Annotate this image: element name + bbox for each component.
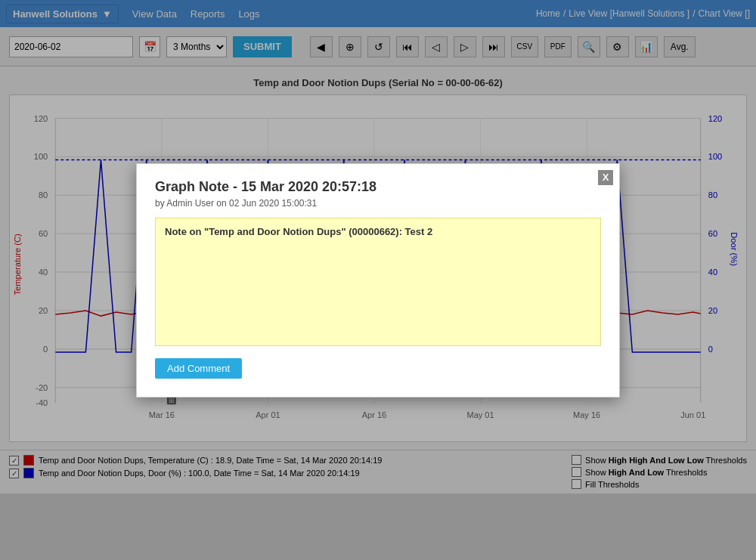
modal-overlay[interactable]: X Graph Note - 15 Mar 2020 20:57:18 by A… — [0, 0, 756, 560]
modal-close-button[interactable]: X — [598, 170, 613, 185]
modal-subtitle: by Admin User on 02 Jun 2020 15:00:31 — [155, 198, 601, 209]
modal-dialog: X Graph Note - 15 Mar 2020 20:57:18 by A… — [136, 163, 620, 398]
modal-title: Graph Note - 15 Mar 2020 20:57:18 — [155, 179, 601, 195]
add-comment-button[interactable]: Add Comment — [155, 358, 242, 379]
modal-note-box: Note on "Temp and Door Notion Dups" (000… — [155, 218, 601, 346]
